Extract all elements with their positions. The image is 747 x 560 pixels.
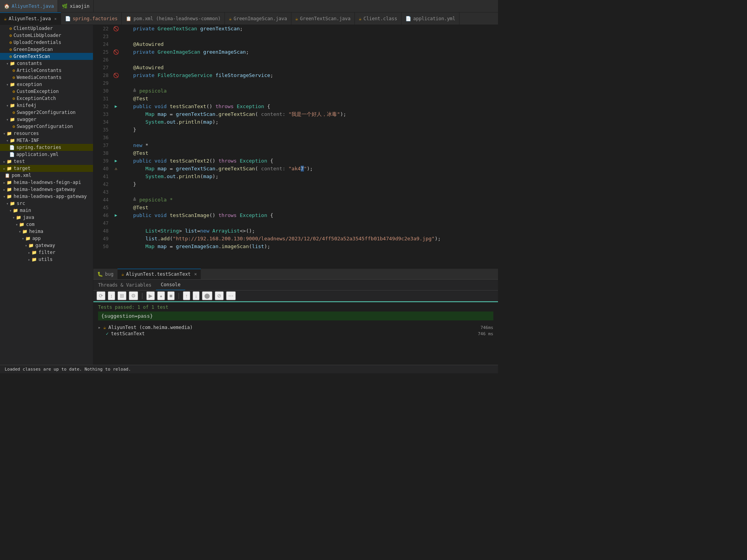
sidebar-item-applicationyml[interactable]: 📄 application.yml xyxy=(0,151,93,158)
sidebar-folder-knife4j[interactable]: ▾ 📁 knife4j xyxy=(0,102,93,109)
sidebar-item-swagger2config[interactable]: ⚙ Swagger2Configuration xyxy=(0,109,93,116)
sidebar-folder-metainf[interactable]: ▾ 📁 META-INF xyxy=(0,137,93,144)
sidebar-folder-src[interactable]: ▾ 📁 src xyxy=(0,200,93,207)
sidebar-folder-app[interactable]: ▾ 📁 app xyxy=(0,235,93,242)
file-tab-appyml[interactable]: 📄 application.yml xyxy=(402,12,459,24)
test-case-item[interactable]: ✓ testScanText 746 ms xyxy=(98,331,493,337)
code-line-22: 22 🚫 private GreenTextScan greenTextScan… xyxy=(93,25,498,33)
code-line-41: 41 System.out.println(map); xyxy=(93,173,498,180)
sidebar-item-wemediconstants[interactable]: ⚙ WemediaConstants xyxy=(0,74,93,81)
folder-icon10: 📁 xyxy=(7,187,12,192)
code-line-44: 44 ≜ pepsicola * xyxy=(93,196,498,204)
sidebar-folder-exception[interactable]: ▾ 📁 exception xyxy=(0,81,93,88)
more-btn[interactable]: ⋯ xyxy=(226,291,236,300)
down-btn[interactable]: ↓ xyxy=(193,291,200,300)
folder-icon3: 📁 xyxy=(10,103,15,108)
sidebar-item-swaggerconfig[interactable]: ⚙ SwaggerConfiguration xyxy=(0,123,93,130)
sidebar-item-greentextscan[interactable]: ⚙ GreenTextScan xyxy=(0,53,93,60)
pom-icon: 📋 xyxy=(126,16,132,21)
class-icon: ⚙ xyxy=(9,26,12,31)
sidebar-item-uploadcredentials[interactable]: ⚙ UploadCredentials xyxy=(0,39,93,46)
threads-variables-tab[interactable]: Threads & Variables xyxy=(93,280,156,290)
sidebar-item-exceptioncatch[interactable]: ⚙ ExceptionCatch xyxy=(0,95,93,102)
bottom-tab-bug[interactable]: 🐛 bug xyxy=(93,269,117,279)
sidebar-folder-java[interactable]: ▾ 📁 java xyxy=(0,214,93,221)
filter-btn[interactable]: ⬤ xyxy=(202,291,212,300)
class-icon10: ⚙ xyxy=(12,110,15,115)
expand-suite-icon: ▸ xyxy=(98,325,101,330)
sidebar-folder-app-gateway[interactable]: ▾ 📁 heima-leadnews-app-gateway xyxy=(0,193,93,200)
folder-icon19: 📁 xyxy=(32,250,37,255)
file-tab-client[interactable]: ☕ Client.class xyxy=(355,12,402,24)
code-line-39: 39 ▶ public void testScanText2() throws … xyxy=(93,157,498,165)
file-tab-spring-factories[interactable]: 📄 spring.factories xyxy=(61,12,122,24)
sidebar-item-spring-factories[interactable]: 📄 spring.factories xyxy=(0,144,93,151)
folder-icon2: 📁 xyxy=(10,82,15,87)
code-line-28: 28 🚫 private FileStorageService fileStor… xyxy=(93,72,498,79)
sidebar-folder-main[interactable]: ▾ 📁 main xyxy=(0,207,93,214)
class-icon2: ⚙ xyxy=(9,33,12,38)
coverage-btn[interactable]: ■ xyxy=(167,291,175,300)
sidebar-folder-swagger[interactable]: ▾ 📁 swagger xyxy=(0,116,93,123)
arrow-down-icon7: ▾ xyxy=(3,194,5,199)
test-suite-item[interactable]: ▸ ☕ AliyunTest (com.heima.wemedia) 746ms xyxy=(98,324,493,331)
sidebar-folder-resources[interactable]: ▾ 📁 resources xyxy=(0,130,93,137)
project-tab-xiaojin[interactable]: 🌿 xiaojin xyxy=(58,0,94,12)
tab-close-bottom[interactable]: × xyxy=(194,271,197,277)
arrow-right-icon6: ▸ xyxy=(28,257,30,262)
clear-btn[interactable]: ⊘ xyxy=(215,291,224,300)
arrow-down-icon13: ▾ xyxy=(22,236,24,241)
pom-icon2: 📋 xyxy=(5,173,10,178)
sidebar-item-greenimagescan[interactable]: ⚙ GreenImageScan xyxy=(0,46,93,53)
settings-btn[interactable]: ⚙ xyxy=(129,291,138,300)
code-line-35: 35 } xyxy=(93,126,498,134)
expand-btn[interactable]: ⊞ xyxy=(117,291,126,300)
folder-icon11: 📁 xyxy=(7,194,12,199)
arrow-down-icon2: ▾ xyxy=(6,82,9,87)
sidebar-folder-utils[interactable]: ▸ 📁 utils xyxy=(0,256,93,263)
file-tab-aliyuntest[interactable]: ☕ AliyunTest.java × xyxy=(0,12,61,24)
sort-btn[interactable]: ↕ xyxy=(108,291,115,300)
file-tab-pom[interactable]: 📋 pom.xml (heima-leadnews-common) xyxy=(122,12,225,24)
folder-icon17: 📁 xyxy=(25,236,31,241)
sidebar-folder-gateway[interactable]: ▸ 📁 heima-leadnews-gateway xyxy=(0,186,93,193)
bottom-tab-aliyuntest[interactable]: ☕ AliyunTest.testScanText × xyxy=(117,269,201,279)
file-tab-greenimagescan[interactable]: ☕ GreenImageScan.java xyxy=(225,12,291,24)
java-icon2: ☕ xyxy=(229,16,231,21)
debug-btn[interactable]: ⬥ xyxy=(157,291,165,300)
sidebar-folder-gateway2[interactable]: ▾ 📁 gateway xyxy=(0,242,93,249)
bottom-editor-tabs: 🐛 bug ☕ AliyunTest.testScanText × xyxy=(93,268,498,279)
debug-marker-22: 🚫 xyxy=(112,25,119,33)
folder-icon5: 📁 xyxy=(7,131,12,136)
sidebar-item-pom[interactable]: 📋 pom.xml xyxy=(0,172,93,179)
stop-btn[interactable]: ↑ xyxy=(183,291,190,300)
sidebar-folder-constants[interactable]: ▾ 📁 constants xyxy=(0,60,93,67)
sidebar-item-clientuploader[interactable]: ⚙ ClientUploader xyxy=(0,25,93,32)
status-message: Loaded classes are up to date. Nothing t… xyxy=(5,367,131,372)
console-tab[interactable]: Console xyxy=(156,280,185,290)
restart-btn[interactable]: ⟳ xyxy=(96,291,105,300)
code-line-38: 38 @Test xyxy=(93,149,498,157)
sidebar-folder-filter[interactable]: ▸ 📁 filter xyxy=(0,249,93,256)
sidebar-item-articleconstants[interactable]: ⚙ ArticleConstants xyxy=(0,67,93,74)
file-tab-greentextscan[interactable]: ☕ GreenTextScan.java xyxy=(291,12,355,24)
arrow-down-icon10: ▾ xyxy=(12,215,15,220)
folder-icon6: 📁 xyxy=(10,138,15,143)
arrow-right-icon: ▸ xyxy=(3,159,5,164)
code-line-23: 23 xyxy=(93,33,498,40)
line-num-22: 22 xyxy=(95,25,112,33)
run-btn[interactable]: ▶ xyxy=(146,291,155,300)
arrow-right-icon5: ▸ xyxy=(28,250,30,255)
sidebar-folder-feign-api[interactable]: ▸ 📁 heima-leadnews-feign-api xyxy=(0,179,93,186)
project-tab-heima[interactable]: 🏠 AliyunTest.java xyxy=(0,0,58,12)
tab-close-aliyuntest[interactable]: × xyxy=(54,17,57,21)
sidebar-folder-heima[interactable]: ▾ 📁 heima xyxy=(0,228,93,235)
sidebar-folder-com[interactable]: ▾ 📁 com xyxy=(0,221,93,228)
sidebar-folder-test[interactable]: ▸ 📁 test xyxy=(0,158,93,165)
sidebar-item-customexception[interactable]: ⚙ CustomException xyxy=(0,88,93,95)
sidebar-item-customlibuploader[interactable]: ⚙ CustomLibUploader xyxy=(0,32,93,39)
class-icon7: ⚙ xyxy=(12,75,15,80)
code-content[interactable]: 22 🚫 private GreenTextScan greenTextScan… xyxy=(93,25,498,268)
sidebar-folder-target[interactable]: ▸ 📁 target xyxy=(0,165,93,172)
arrow-right-icon3: ▸ xyxy=(3,180,5,185)
